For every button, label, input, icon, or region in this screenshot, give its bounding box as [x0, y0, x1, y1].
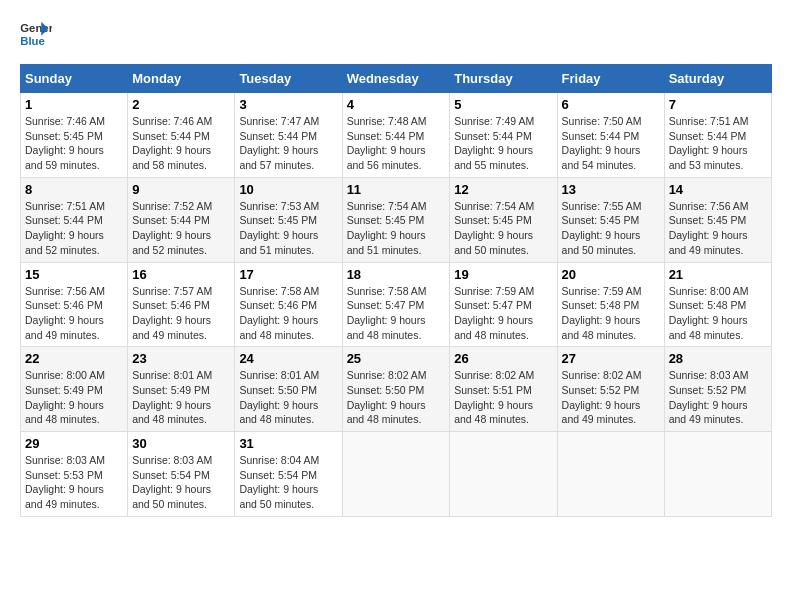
day-content: Sunrise: 8:01 AM Sunset: 5:49 PM Dayligh…	[132, 368, 230, 427]
day-cell: 5 Sunrise: 7:49 AM Sunset: 5:44 PM Dayli…	[450, 93, 557, 178]
day-content: Sunrise: 8:02 AM Sunset: 5:52 PM Dayligh…	[562, 368, 660, 427]
column-header-friday: Friday	[557, 65, 664, 93]
day-number: 21	[669, 267, 767, 282]
day-cell: 16 Sunrise: 7:57 AM Sunset: 5:46 PM Dayl…	[128, 262, 235, 347]
day-number: 9	[132, 182, 230, 197]
day-content: Sunrise: 7:50 AM Sunset: 5:44 PM Dayligh…	[562, 114, 660, 173]
day-content: Sunrise: 8:03 AM Sunset: 5:52 PM Dayligh…	[669, 368, 767, 427]
day-content: Sunrise: 8:00 AM Sunset: 5:48 PM Dayligh…	[669, 284, 767, 343]
day-content: Sunrise: 7:51 AM Sunset: 5:44 PM Dayligh…	[669, 114, 767, 173]
day-number: 19	[454, 267, 552, 282]
day-number: 24	[239, 351, 337, 366]
day-content: Sunrise: 7:47 AM Sunset: 5:44 PM Dayligh…	[239, 114, 337, 173]
day-content: Sunrise: 8:02 AM Sunset: 5:50 PM Dayligh…	[347, 368, 446, 427]
day-number: 4	[347, 97, 446, 112]
day-cell: 7 Sunrise: 7:51 AM Sunset: 5:44 PM Dayli…	[664, 93, 771, 178]
week-row-1: 1 Sunrise: 7:46 AM Sunset: 5:45 PM Dayli…	[21, 93, 772, 178]
day-content: Sunrise: 7:49 AM Sunset: 5:44 PM Dayligh…	[454, 114, 552, 173]
day-number: 5	[454, 97, 552, 112]
day-cell	[664, 432, 771, 517]
day-number: 23	[132, 351, 230, 366]
day-cell: 30 Sunrise: 8:03 AM Sunset: 5:54 PM Dayl…	[128, 432, 235, 517]
day-number: 6	[562, 97, 660, 112]
page-header: General Blue	[20, 20, 772, 48]
day-content: Sunrise: 7:58 AM Sunset: 5:46 PM Dayligh…	[239, 284, 337, 343]
day-content: Sunrise: 7:59 AM Sunset: 5:48 PM Dayligh…	[562, 284, 660, 343]
week-row-4: 22 Sunrise: 8:00 AM Sunset: 5:49 PM Dayl…	[21, 347, 772, 432]
day-number: 26	[454, 351, 552, 366]
day-content: Sunrise: 7:56 AM Sunset: 5:46 PM Dayligh…	[25, 284, 123, 343]
day-cell: 26 Sunrise: 8:02 AM Sunset: 5:51 PM Dayl…	[450, 347, 557, 432]
day-content: Sunrise: 7:58 AM Sunset: 5:47 PM Dayligh…	[347, 284, 446, 343]
day-number: 14	[669, 182, 767, 197]
day-content: Sunrise: 7:57 AM Sunset: 5:46 PM Dayligh…	[132, 284, 230, 343]
day-number: 8	[25, 182, 123, 197]
day-cell	[450, 432, 557, 517]
day-cell: 20 Sunrise: 7:59 AM Sunset: 5:48 PM Dayl…	[557, 262, 664, 347]
day-number: 15	[25, 267, 123, 282]
day-number: 22	[25, 351, 123, 366]
day-number: 16	[132, 267, 230, 282]
week-row-2: 8 Sunrise: 7:51 AM Sunset: 5:44 PM Dayli…	[21, 177, 772, 262]
day-number: 7	[669, 97, 767, 112]
day-content: Sunrise: 8:00 AM Sunset: 5:49 PM Dayligh…	[25, 368, 123, 427]
day-content: Sunrise: 7:52 AM Sunset: 5:44 PM Dayligh…	[132, 199, 230, 258]
day-cell: 2 Sunrise: 7:46 AM Sunset: 5:44 PM Dayli…	[128, 93, 235, 178]
day-cell: 4 Sunrise: 7:48 AM Sunset: 5:44 PM Dayli…	[342, 93, 450, 178]
day-content: Sunrise: 7:46 AM Sunset: 5:44 PM Dayligh…	[132, 114, 230, 173]
day-number: 18	[347, 267, 446, 282]
column-header-wednesday: Wednesday	[342, 65, 450, 93]
day-content: Sunrise: 8:02 AM Sunset: 5:51 PM Dayligh…	[454, 368, 552, 427]
day-number: 30	[132, 436, 230, 451]
day-cell: 9 Sunrise: 7:52 AM Sunset: 5:44 PM Dayli…	[128, 177, 235, 262]
day-cell: 28 Sunrise: 8:03 AM Sunset: 5:52 PM Dayl…	[664, 347, 771, 432]
day-cell: 21 Sunrise: 8:00 AM Sunset: 5:48 PM Dayl…	[664, 262, 771, 347]
day-content: Sunrise: 7:55 AM Sunset: 5:45 PM Dayligh…	[562, 199, 660, 258]
day-cell: 11 Sunrise: 7:54 AM Sunset: 5:45 PM Dayl…	[342, 177, 450, 262]
day-content: Sunrise: 8:03 AM Sunset: 5:54 PM Dayligh…	[132, 453, 230, 512]
day-number: 3	[239, 97, 337, 112]
day-number: 20	[562, 267, 660, 282]
day-content: Sunrise: 7:51 AM Sunset: 5:44 PM Dayligh…	[25, 199, 123, 258]
day-cell: 22 Sunrise: 8:00 AM Sunset: 5:49 PM Dayl…	[21, 347, 128, 432]
day-cell: 25 Sunrise: 8:02 AM Sunset: 5:50 PM Dayl…	[342, 347, 450, 432]
day-cell: 13 Sunrise: 7:55 AM Sunset: 5:45 PM Dayl…	[557, 177, 664, 262]
day-number: 29	[25, 436, 123, 451]
column-header-thursday: Thursday	[450, 65, 557, 93]
day-cell: 27 Sunrise: 8:02 AM Sunset: 5:52 PM Dayl…	[557, 347, 664, 432]
day-cell: 1 Sunrise: 7:46 AM Sunset: 5:45 PM Dayli…	[21, 93, 128, 178]
day-content: Sunrise: 8:04 AM Sunset: 5:54 PM Dayligh…	[239, 453, 337, 512]
day-cell: 3 Sunrise: 7:47 AM Sunset: 5:44 PM Dayli…	[235, 93, 342, 178]
day-cell: 10 Sunrise: 7:53 AM Sunset: 5:45 PM Dayl…	[235, 177, 342, 262]
column-header-monday: Monday	[128, 65, 235, 93]
day-content: Sunrise: 7:53 AM Sunset: 5:45 PM Dayligh…	[239, 199, 337, 258]
day-number: 13	[562, 182, 660, 197]
day-cell: 24 Sunrise: 8:01 AM Sunset: 5:50 PM Dayl…	[235, 347, 342, 432]
day-number: 1	[25, 97, 123, 112]
day-cell	[557, 432, 664, 517]
calendar-table: SundayMondayTuesdayWednesdayThursdayFrid…	[20, 64, 772, 517]
day-number: 27	[562, 351, 660, 366]
day-content: Sunrise: 7:59 AM Sunset: 5:47 PM Dayligh…	[454, 284, 552, 343]
day-content: Sunrise: 8:03 AM Sunset: 5:53 PM Dayligh…	[25, 453, 123, 512]
column-header-sunday: Sunday	[21, 65, 128, 93]
day-cell: 12 Sunrise: 7:54 AM Sunset: 5:45 PM Dayl…	[450, 177, 557, 262]
day-cell: 23 Sunrise: 8:01 AM Sunset: 5:49 PM Dayl…	[128, 347, 235, 432]
day-cell: 6 Sunrise: 7:50 AM Sunset: 5:44 PM Dayli…	[557, 93, 664, 178]
day-content: Sunrise: 7:56 AM Sunset: 5:45 PM Dayligh…	[669, 199, 767, 258]
day-content: Sunrise: 7:46 AM Sunset: 5:45 PM Dayligh…	[25, 114, 123, 173]
day-number: 12	[454, 182, 552, 197]
day-number: 11	[347, 182, 446, 197]
day-cell	[342, 432, 450, 517]
day-content: Sunrise: 7:48 AM Sunset: 5:44 PM Dayligh…	[347, 114, 446, 173]
day-cell: 15 Sunrise: 7:56 AM Sunset: 5:46 PM Dayl…	[21, 262, 128, 347]
logo-icon: General Blue	[20, 20, 52, 48]
day-cell: 19 Sunrise: 7:59 AM Sunset: 5:47 PM Dayl…	[450, 262, 557, 347]
day-content: Sunrise: 7:54 AM Sunset: 5:45 PM Dayligh…	[347, 199, 446, 258]
header-row: SundayMondayTuesdayWednesdayThursdayFrid…	[21, 65, 772, 93]
day-cell: 14 Sunrise: 7:56 AM Sunset: 5:45 PM Dayl…	[664, 177, 771, 262]
day-number: 28	[669, 351, 767, 366]
day-number: 10	[239, 182, 337, 197]
day-number: 2	[132, 97, 230, 112]
day-cell: 29 Sunrise: 8:03 AM Sunset: 5:53 PM Dayl…	[21, 432, 128, 517]
